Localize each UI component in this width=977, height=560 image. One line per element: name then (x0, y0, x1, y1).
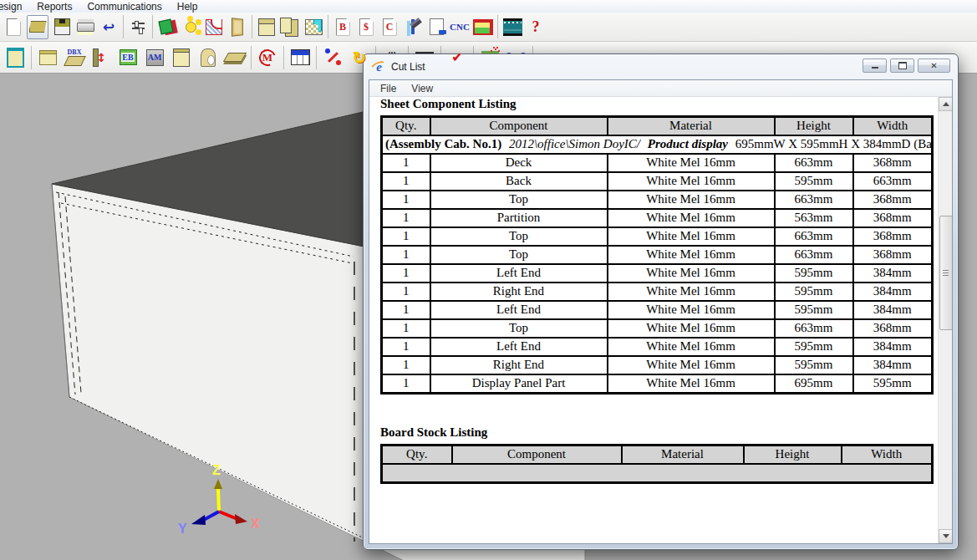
open-job-button[interactable] (27, 15, 48, 39)
table-row: 1Display Panel PartWhite Mel 16mm695mm59… (382, 374, 933, 394)
cell: 1 (382, 356, 430, 374)
nesting-button[interactable] (473, 16, 493, 38)
build-report-button[interactable] (403, 16, 423, 38)
wall-cabinet-button[interactable] (170, 46, 193, 69)
toolbar-separator (31, 46, 32, 69)
cutlist-report-icon: C (386, 21, 394, 33)
print-button[interactable] (75, 16, 95, 38)
toolbar-separator (152, 15, 153, 38)
menu-help[interactable]: Help (170, 1, 206, 13)
cell: 1 (382, 246, 430, 264)
cell: White Mel 16mm (608, 356, 775, 374)
cell: White Mel 16mm (608, 191, 775, 209)
molding-profile-button[interactable] (204, 16, 224, 38)
scroll-up-button[interactable] (939, 97, 952, 111)
cutlist-window: e Cut List ✕ FileView Sheet Component Li… (363, 53, 959, 550)
cell: 663mm (775, 227, 853, 246)
new-document-button[interactable] (3, 16, 23, 38)
options-button[interactable] (128, 16, 148, 38)
scroll-down-button[interactable] (939, 529, 952, 543)
axis-x-label: X (251, 517, 260, 531)
table-row: 1Right EndWhite Mel 16mm595mm384mm (382, 356, 933, 374)
cell: Top (430, 191, 608, 209)
materials-button[interactable] (157, 16, 177, 38)
presentation-button[interactable] (502, 16, 522, 38)
cell: 368mm (853, 154, 933, 172)
sheet-listing-heading: Sheet Component Listing (380, 97, 952, 111)
cell: 563mm (775, 209, 853, 227)
cell: 368mm (853, 319, 933, 338)
cnc-icon: CNC (450, 22, 470, 32)
cell: White Mel 16mm (608, 283, 775, 301)
assembly-manager-icon: AM (148, 53, 162, 62)
help-button[interactable]: ? (526, 16, 546, 38)
cell: Top (430, 319, 608, 338)
cutlist-report-button[interactable]: C (379, 16, 399, 38)
table-row: 1TopWhite Mel 16mm663mm368mm (382, 227, 933, 246)
door-style-button[interactable] (227, 16, 247, 38)
shelf-adjust-icon: ↕ (96, 51, 106, 64)
cell: 695mm (775, 374, 853, 394)
window-menu-view[interactable]: View (404, 83, 440, 94)
shelf-adjust-button[interactable]: ↕ (89, 46, 113, 69)
vertical-scrollbar[interactable] (938, 97, 952, 543)
bid-report-button[interactable]: B (333, 16, 353, 38)
work-order-button[interactable] (426, 16, 446, 38)
minimize-button[interactable] (863, 59, 887, 73)
cell: 368mm (853, 209, 933, 227)
report-content: Sheet Component Listing Qty.ComponentMat… (369, 97, 952, 543)
construction-table-button[interactable] (288, 46, 312, 69)
table-row: 1Left EndWhite Mel 16mm595mm384mm (382, 338, 933, 356)
column-header: Material (608, 117, 775, 136)
cell: 1 (382, 154, 430, 172)
toolbar-separator (316, 46, 317, 69)
cell: Left End (430, 338, 608, 356)
cell: 1 (382, 301, 430, 319)
board-stock-table: Qty.ComponentMaterialHeightWidth (380, 444, 934, 484)
cell: White Mel 16mm (608, 338, 775, 356)
edge-banding-button[interactable]: EB (116, 46, 140, 69)
assembly-manager-button[interactable]: AM (143, 46, 166, 69)
connection-node-button[interactable] (181, 16, 201, 38)
cell: Right End (430, 283, 608, 301)
cell: Top (430, 246, 608, 264)
board-part-button[interactable] (223, 46, 247, 69)
cell: 595mm (775, 356, 853, 374)
cell: 663mm (775, 154, 853, 172)
menu-communications[interactable]: Communications (79, 1, 169, 13)
maximize-icon (898, 62, 907, 69)
cabinet-button[interactable] (257, 16, 277, 38)
column-header: Height (775, 117, 853, 136)
price-report-button[interactable]: $ (356, 16, 376, 38)
cabinet-group-button[interactable] (280, 16, 300, 38)
assembly-dimensions: 695mmW X 595mmH X 384mmD (Base) (735, 137, 933, 150)
menu-design[interactable]: Design (0, 1, 29, 13)
board-listing-heading: Board Stock Listing (380, 425, 952, 440)
table-row: 1TopWhite Mel 16mm663mm368mm (382, 191, 933, 209)
cnc-button[interactable]: CNC (450, 16, 470, 38)
floor-plan-button[interactable] (303, 16, 323, 38)
window-menu-file[interactable]: File (373, 83, 404, 94)
cell: 1 (382, 374, 430, 394)
select-pointer-button[interactable] (321, 46, 344, 69)
save-button[interactable] (52, 16, 72, 38)
scrollbar-thumb[interactable] (939, 216, 952, 330)
column-header: Qty. (382, 445, 452, 465)
dbx-button[interactable]: DBX (63, 46, 86, 69)
undo-button[interactable]: ↩ (99, 16, 119, 38)
column-header: Width (853, 117, 933, 136)
drawer-box-button[interactable] (36, 46, 59, 69)
assembly-name: Product display (648, 137, 728, 150)
maximize-button[interactable] (890, 59, 914, 73)
window-client-area: FileView Sheet Component Listing Qty.Com… (369, 79, 953, 544)
table-row: 1PartitionWhite Mel 16mm563mm368mm (382, 209, 933, 227)
cabinet-elevation-button[interactable] (3, 46, 27, 69)
close-button[interactable]: ✕ (918, 59, 950, 73)
cell: White Mel 16mm (608, 301, 775, 319)
column-header: Height (744, 445, 842, 465)
menu-reports[interactable]: Reports (29, 1, 79, 13)
cell: 595mm (775, 338, 853, 356)
cell: Partition (430, 209, 608, 227)
cabinet-metrics-button[interactable]: M (256, 46, 279, 69)
arched-part-button[interactable] (196, 46, 220, 69)
